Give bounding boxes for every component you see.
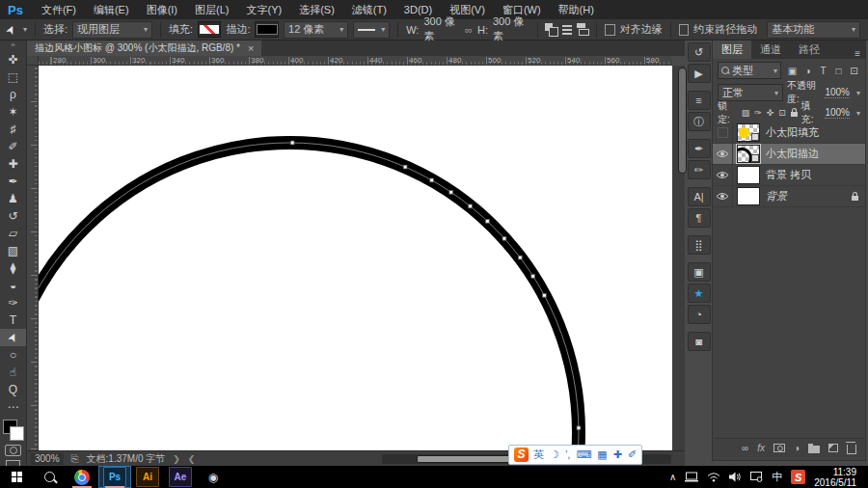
menu-item[interactable]: 选择(S) bbox=[290, 0, 343, 19]
hand-tool[interactable]: ☝ bbox=[0, 364, 26, 381]
sogou-tool-icon-6[interactable]: ✐ bbox=[628, 447, 637, 463]
stroke-style-dropdown[interactable]: ▾ bbox=[353, 21, 390, 39]
layer-effects-icon[interactable]: fx bbox=[757, 443, 765, 453]
tab-通道[interactable]: 通道 bbox=[751, 41, 790, 59]
misc-app[interactable]: ◉ bbox=[197, 466, 230, 488]
star-panel-icon[interactable]: ★ bbox=[688, 284, 711, 303]
select-mode-dropdown[interactable]: 现用图层▾ bbox=[72, 21, 152, 39]
filter-toggle-icon[interactable]: ● bbox=[864, 66, 868, 76]
current-tool-icon[interactable]: ➤ bbox=[3, 22, 19, 37]
layer-row[interactable]: 背景 拷贝 bbox=[713, 165, 865, 186]
filter-smart-objects-icon[interactable]: ⊡ bbox=[849, 66, 859, 76]
zoom-level-field[interactable]: 300% bbox=[31, 453, 64, 465]
marquee-tool[interactable]: ⬚ bbox=[0, 68, 26, 86]
layer-row[interactable]: 小太阳描边 bbox=[713, 144, 865, 165]
menu-item[interactable]: 帮助(H) bbox=[550, 0, 603, 19]
stock-panel-icon[interactable]: ◔ bbox=[688, 305, 711, 324]
taskbar-search-button[interactable] bbox=[33, 466, 66, 488]
healing-brush-tool[interactable]: ✚ bbox=[0, 155, 26, 173]
sogou-tool-icon-1[interactable]: ☽ bbox=[550, 447, 559, 463]
dodge-tool[interactable]: ◒ bbox=[0, 277, 26, 294]
history-panel-icon[interactable]: ↺ bbox=[688, 42, 711, 62]
sogou-tool-icon-3[interactable]: ⌨ bbox=[576, 447, 591, 463]
lock-transparent-icon[interactable]: ▨ bbox=[742, 108, 750, 118]
sogou-tool-icon-4[interactable]: ▦ bbox=[597, 447, 607, 463]
pc-icon[interactable] bbox=[685, 472, 698, 482]
path-alignment-icon[interactable] bbox=[562, 25, 572, 35]
link-dimensions-icon[interactable]: ∞ bbox=[465, 24, 473, 36]
chevron-down-icon[interactable]: ▾ bbox=[856, 109, 860, 118]
layer-thumbnail[interactable] bbox=[737, 166, 760, 184]
sogou-input-bar[interactable]: S 英☽’,⌨▦✚✐ bbox=[508, 445, 642, 465]
status-collapse-arrow-icon[interactable]: ❮ bbox=[188, 454, 196, 464]
lasso-tool[interactable]: ρ bbox=[0, 86, 26, 103]
stroke-swatch[interactable] bbox=[255, 21, 279, 38]
link-layers-icon[interactable]: ∞ bbox=[742, 443, 748, 453]
brush-tool[interactable]: ✒ bbox=[0, 173, 26, 190]
ime-indicator[interactable]: 中 bbox=[772, 470, 782, 484]
path-arrangement-icon[interactable] bbox=[577, 23, 588, 36]
photoshop-app[interactable]: Ps bbox=[98, 466, 131, 488]
menu-item[interactable]: 图像(I) bbox=[138, 0, 186, 19]
lock-position-icon[interactable]: ✜ bbox=[767, 108, 774, 118]
chevron-down-icon[interactable]: ▾ bbox=[856, 89, 860, 97]
quick-mask-button[interactable] bbox=[5, 445, 21, 456]
actions-panel-icon[interactable]: ▶ bbox=[688, 64, 711, 83]
sogou-tool-icon-5[interactable]: ✚ bbox=[613, 447, 622, 463]
layer-filter-dropdown[interactable]: 类型 ▾ bbox=[718, 62, 781, 79]
wifi-icon[interactable] bbox=[707, 472, 720, 482]
fill-opacity-value[interactable]: 100% bbox=[825, 107, 850, 119]
menu-item[interactable]: 滤镜(T) bbox=[343, 0, 395, 19]
eyedropper-tool[interactable]: ✐ bbox=[0, 138, 26, 155]
layer-row[interactable]: 背景 bbox=[713, 186, 865, 207]
tool-preset-caret-icon[interactable]: ▾ bbox=[23, 25, 27, 34]
visibility-eye-icon[interactable] bbox=[713, 186, 733, 206]
edit-toolbar-dots[interactable]: ⋯ bbox=[0, 398, 26, 416]
layer-mask-icon[interactable] bbox=[773, 444, 785, 452]
layer-thumbnail[interactable] bbox=[737, 123, 760, 142]
zoom-tool[interactable]: Q bbox=[0, 381, 26, 398]
magic-wand-tool[interactable]: ✶ bbox=[0, 103, 26, 121]
sogou-logo[interactable]: S bbox=[514, 447, 529, 462]
gradient-tool[interactable]: ▧ bbox=[0, 242, 26, 259]
layer-name[interactable]: 背景 拷贝 bbox=[760, 168, 865, 182]
toolbar-expand-icon[interactable]: » bbox=[0, 41, 26, 51]
visibility-toggle-empty[interactable] bbox=[713, 122, 733, 143]
lock-all-icon[interactable] bbox=[791, 112, 798, 117]
speaker-icon[interactable] bbox=[729, 472, 742, 482]
brush-panel-icon[interactable]: ✒ bbox=[688, 139, 711, 158]
menu-item[interactable]: 文件(F) bbox=[33, 0, 85, 19]
tray-expand-icon[interactable]: ∧ bbox=[669, 472, 676, 482]
layer-name[interactable]: 背景 bbox=[760, 189, 852, 203]
tab-路径[interactable]: 路径 bbox=[790, 41, 828, 59]
lock-pixels-icon[interactable]: ✑ bbox=[754, 108, 762, 118]
filter-adjustment-layers-icon[interactable]: ◑ bbox=[802, 66, 813, 76]
display-settings-icon[interactable] bbox=[750, 472, 763, 482]
chrome-app[interactable] bbox=[66, 466, 98, 488]
visibility-eye-icon[interactable] bbox=[713, 165, 733, 185]
ellipse-shape-tool[interactable]: ○ bbox=[0, 346, 26, 364]
blur-tool[interactable]: ⧫ bbox=[0, 259, 26, 277]
move-tool[interactable]: ✜ bbox=[0, 51, 26, 68]
camera-panel-icon[interactable]: ◙ bbox=[688, 332, 711, 351]
layer-name[interactable]: 小太阳描边 bbox=[760, 147, 865, 161]
tab-图层[interactable]: 图层 bbox=[713, 41, 751, 59]
crop-tool[interactable]: ♯ bbox=[0, 121, 26, 138]
clone-stamp-tool[interactable]: ♟ bbox=[0, 190, 26, 207]
taskbar-clock[interactable]: 11:39 2016/5/11 bbox=[814, 467, 860, 488]
type-tool[interactable]: T bbox=[0, 312, 26, 329]
eraser-tool[interactable]: ▱ bbox=[0, 225, 26, 242]
vertical-scrollbar[interactable] bbox=[672, 66, 685, 450]
path-select-tool[interactable]: ➤ bbox=[0, 329, 26, 346]
status-popup-arrow-icon[interactable]: ❯ bbox=[173, 454, 180, 464]
pen-tool[interactable]: ✑ bbox=[0, 294, 26, 312]
sogou-tool-icon-2[interactable]: ’, bbox=[565, 447, 571, 463]
character-panel-icon[interactable]: A| bbox=[688, 187, 711, 206]
new-layer-icon[interactable] bbox=[828, 444, 838, 452]
filter-type-layers-icon[interactable]: T bbox=[818, 66, 828, 76]
path-operations-icon[interactable] bbox=[545, 23, 556, 36]
sogou-tool-icon-0[interactable]: 英 bbox=[533, 447, 544, 463]
delete-layer-icon[interactable] bbox=[847, 445, 856, 454]
layer-name[interactable]: 小太阳填充 bbox=[760, 125, 865, 140]
layer-group-icon[interactable] bbox=[808, 446, 820, 453]
